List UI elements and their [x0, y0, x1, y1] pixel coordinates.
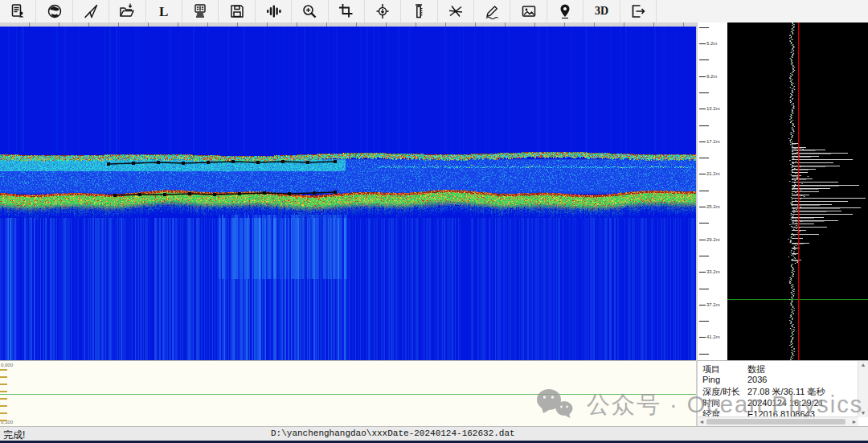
axis-minor-tick: [699, 92, 709, 93]
axis-minor-tick: [699, 158, 709, 158]
waveform-button[interactable]: [256, 0, 292, 23]
zoom-in-icon: [301, 2, 318, 20]
info-header-row: 项目数据: [702, 363, 857, 374]
zoom-button[interactable]: [292, 0, 328, 23]
open-folder-icon: [118, 2, 136, 20]
axis-major-tick: [699, 207, 706, 207]
status-bar: 完成! D:\yanchenghangdao\xxxDate-20240124-…: [0, 426, 868, 441]
axis-major-tick: [699, 142, 706, 142]
info-row-ping: Ping2036: [702, 375, 857, 385]
axis-tick-label: 21.2m: [706, 171, 720, 176]
axis-major-tick: [699, 240, 706, 240]
axis-minor-tick: [699, 191, 709, 191]
axis-minor-tick: [699, 354, 709, 355]
sonar-app-window: L: [0, 0, 868, 443]
axis-tick-label: 13.2m: [706, 106, 720, 111]
scroll-left-icon[interactable]: ◄: [698, 417, 706, 426]
l-tool-button[interactable]: L: [146, 0, 182, 23]
crop-icon: [338, 2, 355, 20]
axis-minor-tick: [699, 59, 709, 60]
navigation-arrow-icon: [82, 2, 100, 20]
gain-axis-tick: [0, 391, 7, 392]
transducer-icon: [374, 2, 391, 20]
axis-major-tick: [699, 109, 706, 109]
waveform-icon: [264, 2, 282, 20]
axis-minor-tick: [699, 125, 709, 126]
axis-tick-label: 17.2m: [706, 139, 720, 144]
log-report-button[interactable]: [0, 0, 36, 23]
axis-minor-tick: [699, 27, 709, 28]
info-row-depth: 深度/时长27.08 米/36.11 毫秒: [702, 386, 857, 396]
axis-minor-tick: [699, 256, 709, 256]
gain-axis-tick: [0, 376, 7, 378]
axis-tick-label: 29.2m: [706, 237, 720, 242]
draft-ruler-button[interactable]: [401, 0, 437, 23]
ruler-icon: [410, 2, 428, 20]
gain-axis-tick: [0, 412, 7, 414]
axis-major-tick: [699, 76, 706, 77]
letter-l-icon: L: [159, 5, 168, 18]
axis-tick-label: 37.2m: [706, 302, 720, 307]
3d-icon: 3D: [595, 6, 608, 17]
info-vertical-scrollbar[interactable]: ▲ ▼: [858, 361, 868, 417]
cut-icon: [447, 2, 465, 20]
location-button[interactable]: [547, 0, 583, 23]
axis-major-tick: [699, 337, 706, 338]
report-icon: [9, 2, 27, 20]
transducer-button[interactable]: [365, 0, 401, 23]
image-button[interactable]: [510, 0, 547, 23]
axis-tick-label: 25.2m: [706, 204, 720, 209]
ping-info-panel: 项目数据 Ping2036 深度/时长27.08 米/36.11 毫秒 时间20…: [698, 360, 868, 426]
scroll-up-icon[interactable]: ▲: [858, 361, 868, 369]
axis-tick-label: 33.2m: [706, 269, 720, 274]
scroll-right-icon[interactable]: ►: [850, 417, 858, 426]
info-horizontal-scrollbar[interactable]: ◄ ►: [698, 416, 858, 426]
axis-tick-label: 41.2m: [706, 334, 720, 339]
axis-major-tick: [699, 272, 706, 273]
image-icon: [520, 2, 538, 20]
axis-minor-tick: [699, 321, 709, 322]
gain-axis-tick: [0, 384, 7, 385]
gain-axis-tick: [0, 405, 7, 407]
exit-icon: [629, 2, 647, 20]
axis-tick-label: 9.2m: [706, 74, 717, 79]
gain-axis-tick: [0, 420, 7, 421]
gain-axis-tick: [0, 369, 7, 371]
gain-threshold-line: [0, 394, 696, 395]
axis-minor-tick: [699, 223, 709, 224]
globe-icon: [46, 2, 63, 20]
depth-axis: 5.2m9.2m13.2m17.2m21.2m25.2m29.2m33.2m37…: [698, 23, 728, 360]
open-file-button[interactable]: [109, 0, 145, 23]
card-reader-icon: [191, 2, 209, 20]
trim-button[interactable]: [438, 0, 474, 23]
axis-minor-tick: [699, 289, 709, 289]
info-row-time: 时间20240124 16:29:21: [702, 397, 857, 408]
save-icon: [228, 2, 246, 20]
axis-major-tick: [699, 43, 706, 44]
gain-top-label: 0,000: [1, 363, 13, 367]
toolbar: L: [0, 0, 868, 23]
scroll-down-icon[interactable]: ▼: [858, 409, 868, 417]
exit-button[interactable]: [620, 0, 657, 23]
axis-tick-label: 5.2m: [706, 41, 717, 46]
display-board-button[interactable]: [182, 0, 219, 23]
scrollbar-thumb[interactable]: [706, 419, 845, 425]
location-pin-icon: [556, 2, 574, 20]
annotate-button[interactable]: [474, 0, 510, 23]
axis-major-tick: [699, 305, 706, 306]
echogram-display[interactable]: [0, 27, 696, 360]
globe-button[interactable]: [36, 0, 72, 23]
current-file-path: D:\yanchenghangdao\xxxDate-20240124-1626…: [271, 429, 515, 438]
ascan-trace-display[interactable]: [727, 23, 868, 360]
crop-button[interactable]: [329, 0, 365, 23]
gain-axis-tick: [0, 398, 7, 400]
gain-curve-panel[interactable]: 0,000 0,100: [0, 360, 696, 427]
save-button[interactable]: [219, 0, 255, 23]
pencil-icon: [483, 2, 501, 20]
axis-major-tick: [699, 174, 706, 174]
view-3d-button[interactable]: 3D: [583, 0, 620, 23]
navigate-button[interactable]: [73, 0, 109, 23]
